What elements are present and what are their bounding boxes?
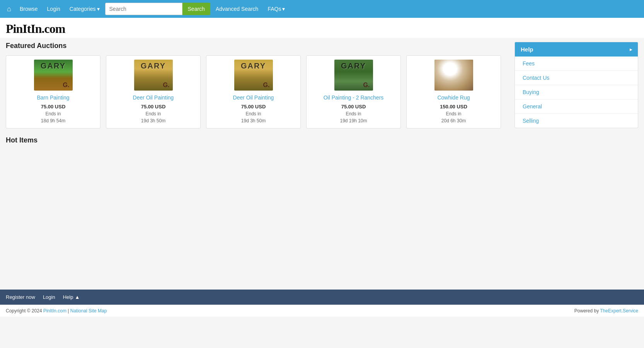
footer-register-link[interactable]: Register now <box>6 294 35 300</box>
content-area: Featured Auctions GARY G. Barn Painting … <box>6 42 507 286</box>
login-link[interactable]: Login <box>43 3 64 14</box>
faqs-link[interactable]: FAQs ▾ <box>264 3 289 14</box>
auction-price: 150.00 USD <box>440 104 467 110</box>
footer-help-link[interactable]: Help ▲ <box>63 294 80 300</box>
help-link-general[interactable]: General <box>515 99 638 114</box>
faqs-chevron-icon: ▾ <box>282 6 285 12</box>
auction-image: GARY G. <box>34 60 73 91</box>
auction-price: 75.00 USD <box>341 104 366 110</box>
categories-chevron-icon: ▾ <box>97 6 100 12</box>
help-links: FeesContact UsBuyingGeneralSelling <box>515 57 638 128</box>
help-link-buying[interactable]: Buying <box>515 85 638 99</box>
auction-title[interactable]: Deer Oil Painting <box>233 94 274 101</box>
search-button[interactable]: Search <box>182 3 210 15</box>
auction-image: GARY G. <box>134 60 173 91</box>
auction-title[interactable]: Oil Painting - 2 Ranchers <box>324 94 384 101</box>
auction-ends: Ends in19d 19h 10m <box>340 110 367 124</box>
footer-nav: Register now Login Help ▲ <box>0 290 644 305</box>
auction-card-deer-oil-painting-1[interactable]: GARY G. Deer Oil Painting 75.00 USD Ends… <box>106 55 201 129</box>
hot-items-title: Hot Items <box>6 136 507 144</box>
auction-grid: GARY G. Barn Painting 75.00 USD Ends in1… <box>6 55 507 129</box>
site-name-link[interactable]: PinItIn.com <box>43 308 66 314</box>
help-link-contact-us[interactable]: Contact Us <box>515 71 638 85</box>
auction-card-oil-painting-ranchers[interactable]: GARY G. Oil Painting - 2 Ranchers 75.00 … <box>306 55 401 129</box>
copyright-text: Copyright © 2024 PinItIn.com | National … <box>6 308 107 314</box>
sidebar: Help ▸ FeesContact UsBuyingGeneralSellin… <box>515 42 638 286</box>
auction-price: 75.00 USD <box>41 104 66 110</box>
help-header: Help ▸ <box>515 42 638 57</box>
auction-card-barn-painting[interactable]: GARY G. Barn Painting 75.00 USD Ends in1… <box>6 55 101 129</box>
footer-login-link[interactable]: Login <box>43 294 55 300</box>
auction-title[interactable]: Barn Painting <box>37 94 69 101</box>
help-expand-icon[interactable]: ▸ <box>630 47 632 52</box>
search-input[interactable] <box>105 3 182 15</box>
auction-title[interactable]: Deer Oil Painting <box>133 94 174 101</box>
copyright-bar: Copyright © 2024 PinItIn.com | National … <box>0 305 644 317</box>
help-link-fees[interactable]: Fees <box>515 57 638 71</box>
auction-image: GARY G. <box>234 60 273 91</box>
logo-area: PinItIn.com <box>0 18 644 38</box>
browse-link[interactable]: Browse <box>16 3 42 14</box>
powered-by: Powered by TheExpert.Service <box>574 308 638 314</box>
auction-card-cowhide-rug[interactable]: Cowhide Rug 150.00 USD Ends in20d 6h 30m <box>406 55 501 129</box>
navbar: ⌂ Browse Login Categories ▾ Search Advan… <box>0 0 644 18</box>
site-logo: PinItIn.com <box>6 22 638 36</box>
powered-link[interactable]: TheExpert.Service <box>600 308 638 314</box>
auction-price: 75.00 USD <box>141 104 166 110</box>
auction-title[interactable]: Cowhide Rug <box>437 94 470 101</box>
auction-image <box>434 60 473 91</box>
auction-ends: Ends in19d 3h 50m <box>141 110 165 124</box>
auction-ends: Ends in19d 3h 50m <box>241 110 266 124</box>
categories-link[interactable]: Categories ▾ <box>66 3 104 14</box>
help-title: Help <box>521 46 533 53</box>
auction-ends: Ends in20d 6h 30m <box>441 110 466 124</box>
help-box: Help ▸ FeesContact UsBuyingGeneralSellin… <box>515 42 638 128</box>
main-container: Featured Auctions GARY G. Barn Painting … <box>0 38 644 290</box>
footer-help-chevron-icon: ▲ <box>75 294 80 300</box>
featured-auctions-title: Featured Auctions <box>6 42 507 50</box>
home-icon[interactable]: ⌂ <box>4 5 14 13</box>
advanced-search-link[interactable]: Advanced Search <box>212 3 262 14</box>
auction-card-deer-oil-painting-2[interactable]: GARY G. Deer Oil Painting 75.00 USD Ends… <box>206 55 301 129</box>
auction-ends: Ends in18d 9h 54m <box>41 110 65 124</box>
auction-image: GARY G. <box>334 60 373 91</box>
search-group: Search <box>105 3 210 15</box>
help-link-selling[interactable]: Selling <box>515 114 638 128</box>
auction-price: 75.00 USD <box>241 104 266 110</box>
sitemap-link[interactable]: National Site Map <box>70 308 107 314</box>
